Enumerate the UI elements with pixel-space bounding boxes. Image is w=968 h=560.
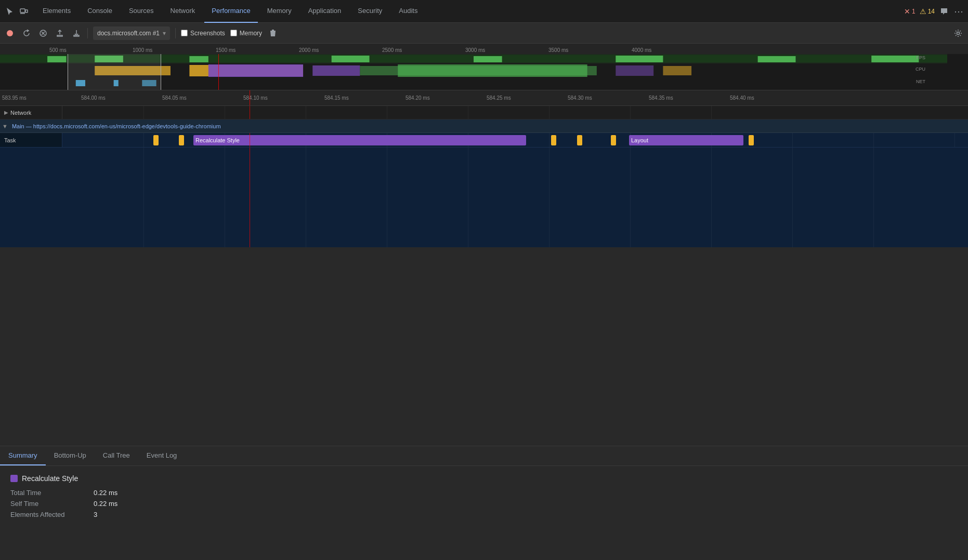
flame-vgrid-11: [954, 133, 955, 147]
top-nav: Elements Console Sources Network Perform…: [0, 0, 968, 23]
tab-summary[interactable]: Summary: [0, 446, 46, 465]
error-badge[interactable]: ✕ 1: [904, 7, 915, 16]
svg-rect-11: [189, 56, 208, 62]
vgrid-1: [143, 106, 144, 119]
svg-rect-16: [871, 56, 919, 62]
total-time-val: 0.22 ms: [94, 489, 117, 497]
empty-vgrid-5: [468, 148, 468, 247]
cursor-line: [218, 54, 219, 90]
nav-icons: [4, 6, 29, 17]
flame-empty-area: [0, 148, 968, 247]
flame-vgrid-1: [143, 133, 144, 147]
layout-block[interactable]: Layout: [629, 135, 743, 145]
svg-rect-25: [663, 66, 691, 75]
reload-button[interactable]: [21, 28, 32, 39]
detail-ruler: 583.95 ms 584.00 ms 584.05 ms 584.10 ms …: [0, 90, 968, 106]
tab-memory[interactable]: Memory: [260, 0, 299, 23]
fps-label: FPS: [916, 55, 925, 60]
tick-2000: 2000 ms: [299, 47, 319, 53]
self-time-val: 0.22 ms: [94, 500, 117, 508]
task-block-4[interactable]: [577, 135, 582, 145]
url-label: docs.microsoft.com #1: [97, 30, 160, 37]
main-collapse-arrow[interactable]: ▼: [0, 123, 8, 129]
tab-event-log[interactable]: Event Log: [138, 446, 186, 465]
svg-rect-1: [25, 10, 28, 12]
task-row-label: Task: [0, 133, 62, 147]
network-row[interactable]: ▶ Network: [0, 106, 968, 119]
svg-rect-23: [398, 64, 587, 77]
tab-console[interactable]: Console: [80, 0, 120, 23]
bottom-panel: Summary Bottom-Up Call Tree Event Log Re…: [0, 446, 968, 560]
screenshots-checkbox-input[interactable]: [181, 30, 188, 36]
task-block-6[interactable]: [749, 135, 754, 145]
tick-3500: 3500 ms: [548, 47, 568, 53]
tab-sources[interactable]: Sources: [122, 0, 161, 23]
timeline-overview[interactable]: 500 ms 1000 ms 1500 ms 2000 ms 2500 ms 3…: [0, 44, 968, 90]
net-label: NET: [916, 79, 925, 84]
vgrid-4: [387, 106, 387, 119]
device-icon[interactable]: [19, 6, 29, 17]
warn-badge[interactable]: ⚠ 14: [920, 7, 935, 16]
tab-call-tree[interactable]: Call Tree: [95, 446, 138, 465]
empty-vgrid-4: [387, 148, 387, 247]
tab-network[interactable]: Network: [163, 0, 203, 23]
tab-security[interactable]: Security: [350, 0, 389, 23]
toolbar: docs.microsoft.com #1 ▾ Screenshots Memo…: [0, 23, 968, 44]
tab-elements[interactable]: Elements: [35, 0, 78, 23]
task-content[interactable]: Recalculate Style Layout: [62, 133, 968, 147]
settings-button[interactable]: [952, 28, 964, 39]
dtick-4: 584.15 ms: [324, 95, 349, 101]
elements-key: Elements Affected: [10, 511, 94, 518]
more-icon[interactable]: ⋯: [953, 6, 964, 17]
main-section-label: Main — https://docs.microsoft.com/en-us/…: [8, 123, 221, 129]
tab-application[interactable]: Application: [301, 0, 349, 23]
cpu-label: CPU: [915, 66, 925, 72]
summary-color-swatch: [10, 475, 18, 482]
detail-cursor-line: [250, 90, 250, 105]
task-block-1[interactable]: [153, 135, 159, 145]
network-expand-arrow: ▶: [4, 110, 8, 115]
task-block-2[interactable]: [179, 135, 184, 145]
dtick-7: 584.30 ms: [568, 95, 592, 101]
memory-label: Memory: [240, 30, 262, 37]
task-block-5[interactable]: [611, 135, 616, 145]
download-button[interactable]: [71, 28, 82, 39]
dtick-5: 584.20 ms: [405, 95, 430, 101]
tick-4000: 4000 ms: [632, 47, 651, 53]
feedback-icon[interactable]: [939, 6, 949, 17]
dtick-9: 584.40 ms: [730, 95, 754, 101]
tick-2500: 2500 ms: [382, 47, 402, 53]
empty-vgrid-2: [225, 148, 225, 247]
record-button[interactable]: [4, 28, 16, 39]
network-row-text: Network: [10, 110, 31, 116]
cursor-icon[interactable]: [4, 6, 15, 17]
upload-button[interactable]: [54, 28, 66, 39]
main-section-header: ▼ Main — https://docs.microsoft.com/en-u…: [0, 119, 968, 133]
screenshots-label: Screenshots: [190, 30, 225, 37]
memory-checkbox-input[interactable]: [230, 30, 237, 36]
timeline-tracks[interactable]: FPS CPU: [0, 54, 968, 90]
empty-vgrid-6: [549, 148, 550, 247]
memory-checkbox[interactable]: Memory: [230, 30, 262, 37]
svg-rect-24: [616, 65, 653, 76]
tab-bottom-up[interactable]: Bottom-Up: [46, 446, 95, 465]
empty-cursor-line: [250, 148, 250, 247]
tab-audits[interactable]: Audits: [391, 0, 425, 23]
vgrid-8: [711, 106, 712, 119]
vgrid-7: [630, 106, 631, 119]
network-row-label[interactable]: ▶ Network: [0, 106, 62, 119]
empty-vgrid-8: [711, 148, 712, 247]
clear-button[interactable]: [267, 28, 279, 39]
dtick-3: 584.10 ms: [243, 95, 268, 101]
url-dropdown[interactable]: docs.microsoft.com #1 ▾: [93, 26, 170, 40]
task-block-3[interactable]: [551, 135, 556, 145]
tab-performance[interactable]: Performance: [204, 0, 257, 23]
flame-chart[interactable]: Task Recalculate Style: [0, 133, 968, 247]
nav-right: ✕ 1 ⚠ 14 ⋯: [904, 6, 964, 17]
task-label-text: Task: [4, 137, 16, 143]
vgrid-6: [549, 106, 550, 119]
recalculate-style-block[interactable]: Recalculate Style: [193, 135, 526, 145]
stop-button[interactable]: [37, 28, 49, 39]
screenshots-checkbox[interactable]: Screenshots: [181, 30, 225, 37]
svg-rect-13: [474, 56, 502, 62]
